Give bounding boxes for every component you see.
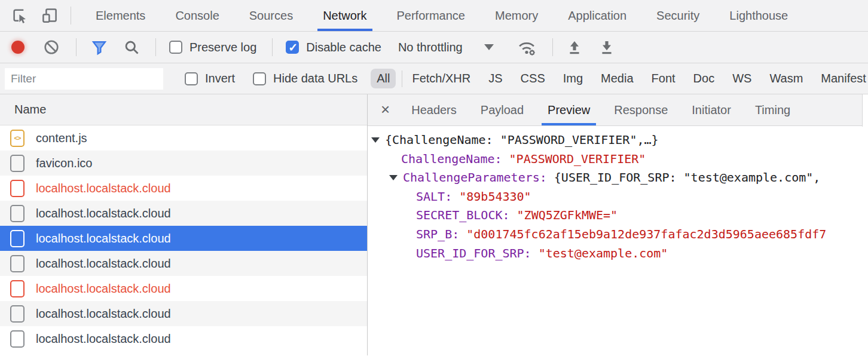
disable-cache-label: Disable cache (306, 41, 381, 54)
json-property: SECRET_BLOCK:"ZWQ5ZGFkMWE=" (368, 206, 868, 225)
chevron-down-icon (484, 44, 494, 50)
request-name: content.js (36, 131, 87, 145)
expand-triangle-icon[interactable] (389, 175, 398, 180)
json-property: USER_ID_FOR_SRP:"test@example.com" (368, 244, 868, 263)
filter-icon[interactable] (91, 39, 108, 56)
table-row[interactable]: content.js (0, 125, 367, 151)
request-name: localhost.localstack.cloud (36, 207, 171, 220)
divider (402, 70, 402, 87)
json-property: SALT:"89b54330" (368, 188, 868, 207)
throttling-dropdown[interactable]: No throttling (398, 41, 494, 54)
tab-memory[interactable]: Memory (480, 0, 553, 31)
tab-headers[interactable]: Headers (399, 94, 469, 125)
throttling-value: No throttling (398, 41, 463, 54)
type-filter-all[interactable]: All (371, 69, 396, 88)
document-icon (10, 205, 25, 222)
request-name: localhost.localstack.cloud (36, 282, 171, 296)
tab-security[interactable]: Security (641, 0, 714, 31)
record-network-log-icon[interactable] (11, 41, 25, 54)
network-toolbar: Preserve log Disable cache No throttling (0, 32, 868, 63)
disable-cache-checkbox[interactable] (286, 41, 299, 54)
import-har-icon[interactable] (566, 39, 583, 56)
tab-preview[interactable]: Preview (536, 94, 602, 125)
type-filter-ws[interactable]: WS (728, 69, 756, 88)
request-list-panel: Name content.js favicon.ico localhost.lo… (0, 94, 368, 355)
name-column-header[interactable]: Name (0, 94, 367, 125)
type-filter-wasm[interactable]: Wasm (765, 69, 808, 88)
panel-tabs: Elements Console Sources Network Perform… (81, 0, 803, 31)
request-name: favicon.ico (36, 156, 93, 170)
scrollbar-gutter (862, 94, 868, 127)
type-filter-font[interactable]: Font (647, 69, 680, 88)
tab-elements[interactable]: Elements (81, 0, 160, 31)
request-type-filters: All Fetch/XHR JS CSS Img Media Font Doc … (371, 69, 868, 88)
request-name: localhost.localstack.cloud (36, 232, 171, 245)
network-filter-bar: Invert Hide data URLs All Fetch/XHR JS C… (0, 63, 868, 94)
filter-input[interactable] (5, 68, 163, 90)
table-row[interactable]: localhost.localstack.cloud (0, 326, 367, 351)
hide-data-urls-checkbox[interactable] (253, 72, 266, 85)
table-row[interactable]: favicon.ico (0, 151, 367, 176)
divider (71, 7, 71, 24)
document-icon (10, 180, 25, 197)
divider (552, 38, 553, 56)
tab-performance[interactable]: Performance (382, 0, 481, 31)
type-filter-fetch-xhr[interactable]: Fetch/XHR (407, 69, 475, 88)
type-filter-doc[interactable]: Doc (689, 69, 720, 88)
tab-response[interactable]: Response (602, 94, 680, 125)
json-property: ChallengeName:"PASSWORD_VERIFIER" (368, 150, 868, 169)
detail-tab-bar: × Headers Payload Preview Response Initi… (368, 94, 868, 126)
document-icon (10, 155, 25, 172)
table-row[interactable]: localhost.localstack.cloud (0, 201, 367, 226)
tab-console[interactable]: Console (160, 0, 234, 31)
type-filter-media[interactable]: Media (596, 69, 638, 88)
request-name: localhost.localstack.cloud (36, 257, 171, 271)
json-root-node[interactable]: {ChallengeName: "PASSWORD_VERIFIER",…} (368, 131, 868, 150)
request-detail-panel: × Headers Payload Preview Response Initi… (368, 94, 868, 355)
search-icon[interactable] (123, 39, 140, 56)
table-row[interactable]: localhost.localstack.cloud (0, 251, 367, 276)
json-object-node[interactable]: ChallengeParameters:{USER_ID_FOR_SRP: "t… (368, 168, 868, 188)
document-icon (10, 305, 25, 323)
json-preview-tree: {ChallengeName: "PASSWORD_VERIFIER",…} C… (368, 126, 868, 263)
export-har-icon[interactable] (598, 39, 615, 56)
tab-payload[interactable]: Payload (469, 94, 536, 125)
inspect-element-icon[interactable] (11, 7, 29, 24)
type-filter-img[interactable]: Img (558, 69, 588, 88)
tab-timing[interactable]: Timing (743, 94, 802, 125)
document-icon (10, 230, 25, 247)
request-name: localhost.localstack.cloud (36, 332, 171, 346)
table-row[interactable]: localhost.localstack.cloud (0, 301, 367, 326)
document-icon (10, 255, 25, 272)
type-filter-css[interactable]: CSS (516, 69, 550, 88)
divider (76, 38, 77, 56)
invert-filter-label: Invert (205, 72, 235, 85)
network-conditions-icon[interactable] (516, 38, 537, 56)
invert-filter-checkbox[interactable] (185, 72, 198, 85)
tab-network[interactable]: Network (308, 0, 381, 31)
tab-sources[interactable]: Sources (234, 0, 308, 31)
document-icon (10, 280, 25, 297)
request-name: localhost.localstack.cloud (36, 182, 171, 195)
preserve-log-label: Preserve log (190, 41, 256, 54)
table-row-selected[interactable]: localhost.localstack.cloud (0, 226, 367, 251)
table-row[interactable]: localhost.localstack.cloud (0, 276, 367, 301)
device-toolbar-icon[interactable] (41, 7, 59, 24)
devtools-tab-bar: Elements Console Sources Network Perform… (0, 0, 868, 32)
divider (155, 38, 156, 56)
type-filter-js[interactable]: JS (484, 69, 507, 88)
type-filter-manifest[interactable]: Manifest (816, 69, 868, 88)
tab-initiator[interactable]: Initiator (680, 94, 743, 125)
preserve-log-checkbox[interactable] (169, 41, 182, 54)
hide-data-urls-label: Hide data URLs (273, 72, 357, 85)
tab-lighthouse[interactable]: Lighthouse (714, 0, 803, 31)
table-row[interactable]: localhost.localstack.cloud (0, 176, 367, 201)
request-name: localhost.localstack.cloud (36, 307, 171, 321)
json-property: SRP_B:"d001745fc62af15eb9a12de937fafac2d… (368, 225, 868, 244)
expand-triangle-icon[interactable] (371, 137, 380, 143)
tab-application[interactable]: Application (553, 0, 641, 31)
close-icon[interactable]: × (381, 100, 390, 119)
document-icon (10, 330, 25, 348)
clear-network-log-icon[interactable] (44, 39, 59, 55)
divider (272, 38, 273, 56)
